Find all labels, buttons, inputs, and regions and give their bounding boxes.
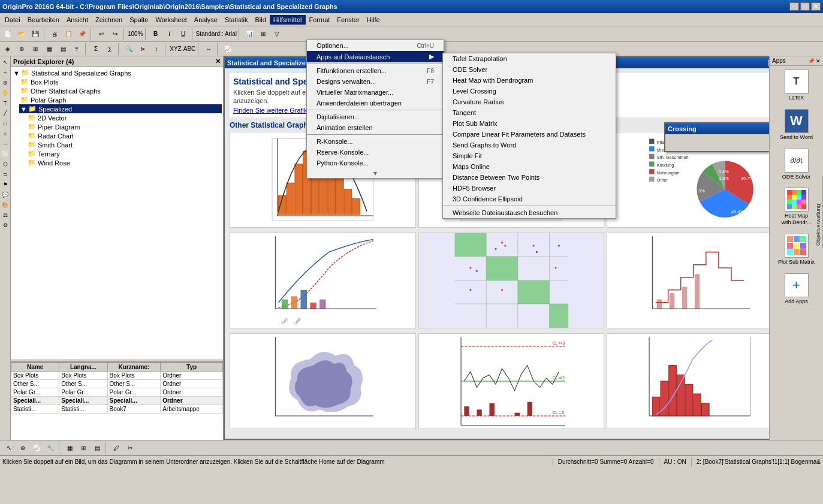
sub-curvature[interactable]: Curvature Radius — [443, 96, 616, 107]
menu-zeichnen[interactable]: Zeichnen — [92, 15, 126, 25]
tb2-abc[interactable]: ABC — [183, 43, 196, 56]
tool-rect[interactable]: □ — [1, 119, 10, 128]
tree-specialized[interactable]: ▼ 📁 Specialized — [19, 104, 222, 113]
btb-2[interactable]: ⊕ — [16, 441, 29, 454]
tool-pointer[interactable]: → — [1, 139, 10, 149]
tb2-btn8[interactable]: ∑ — [103, 43, 116, 56]
table-row[interactable]: Box Plots Box Plots Box Plots Ordner — [11, 372, 223, 380]
tree-box-plots[interactable]: 📁 Box Plots — [19, 77, 222, 86]
dd-anwender[interactable]: Anwenderdateien übertragen — [307, 98, 444, 108]
tb2-sort[interactable]: ↕ — [150, 43, 163, 56]
tree-smith[interactable]: 📁 Smith Chart — [26, 140, 222, 149]
dd-optionen[interactable]: Optionen... Ctrl+U — [307, 40, 444, 51]
sub-heatmap[interactable]: Heat Map with Dendrogram — [443, 75, 616, 86]
dd-digitalisieren[interactable]: Digitalisieren... — [307, 111, 444, 122]
tool-prop[interactable]: ⚙ — [1, 221, 10, 230]
table-row[interactable]: Polar Gr... Polar Gr... Polar Gr... Ordn… — [11, 388, 223, 397]
tree-radar[interactable]: 📁 Radar Chart — [26, 131, 222, 140]
dd-rkonsole[interactable]: R-Konsole... — [307, 136, 444, 147]
sub-distance[interactable]: Distance Between Two Points — [443, 172, 616, 183]
dd-fitfunktionen[interactable]: Fitfunktionen erstellen... F8 — [307, 65, 444, 76]
menu-analyse[interactable]: Analyse — [191, 15, 221, 25]
open-btn[interactable]: 📂 — [15, 28, 28, 41]
tb2-xyz[interactable]: XYZ — [169, 43, 182, 56]
tool-zoom[interactable]: ⊕ — [1, 78, 10, 87]
menu-datei[interactable]: Datei — [1, 15, 24, 25]
tb2-charts[interactable]: 📈 — [221, 43, 234, 56]
tool-poly[interactable]: ⬡ — [1, 159, 10, 169]
maximize-button[interactable]: □ — [800, 2, 810, 11]
tree-other-stat[interactable]: 📁 Other Statistical Graphs — [19, 86, 222, 95]
tb2-btn5[interactable]: ▤ — [56, 43, 70, 56]
table-row[interactable]: Statisti... Statisti... Book7 Arbeitsmap… — [11, 405, 223, 414]
tool-pan[interactable]: ✋ — [1, 88, 10, 98]
paste-btn[interactable]: 📌 — [76, 28, 89, 41]
tool-region[interactable]: ⬜ — [1, 149, 10, 159]
tool-tag[interactable]: ⚑ — [1, 180, 10, 189]
tb2-btn2[interactable]: ⊕ — [15, 43, 28, 56]
menu-format[interactable]: Format — [306, 15, 334, 25]
menu-bild[interactable]: Bild — [251, 15, 269, 25]
font-underline[interactable]: U — [177, 28, 190, 41]
pe-close[interactable]: ✕ — [215, 58, 221, 65]
sub-compare[interactable]: Compare Linear Fit Parameters and Datase… — [443, 129, 616, 140]
font-italic[interactable]: I — [163, 28, 176, 41]
minimize-button[interactable]: ─ — [789, 2, 799, 11]
save-btn[interactable]: 💾 — [29, 28, 42, 41]
menu-statistik[interactable]: Statistik — [221, 15, 252, 25]
undo-btn[interactable]: ↩ — [95, 28, 108, 41]
dd-virtual[interactable]: Virtueller Matrixmanager... — [307, 87, 444, 98]
tb2-zoom[interactable]: 🔍 — [122, 43, 135, 56]
tree-polar[interactable]: 📁 Polar Graph — [19, 95, 222, 104]
tb2-btn3[interactable]: ⊞ — [29, 43, 42, 56]
graph-blob[interactable] — [230, 333, 416, 429]
tb2-btn1[interactable]: ◈ — [1, 43, 14, 56]
menu-bearbeiten[interactable]: Bearbeiten — [24, 15, 63, 25]
panel-close2[interactable]: ✕ — [816, 58, 821, 64]
menu-spalte[interactable]: Spalte — [126, 15, 152, 25]
dd-python[interactable]: Python-Konsole... — [307, 158, 444, 168]
tool-note[interactable]: 💬 — [1, 190, 10, 200]
dd-apps[interactable]: Apps auf Dateiaustausch ▶ — [307, 51, 444, 62]
btb-3[interactable]: 📈 — [30, 441, 43, 454]
menu-hilfsmittel[interactable]: Hilfsmittel — [270, 15, 306, 25]
graph-control[interactable]: CL =+3 CL =62 CL =-3 — [418, 333, 605, 429]
tool-cross[interactable]: + — [1, 68, 10, 77]
dd-designs[interactable]: Designs verwalten... F7 — [307, 76, 444, 87]
btb-8[interactable]: 🖊 — [110, 441, 123, 454]
app-latex[interactable]: T LaTeX — [770, 66, 823, 105]
graph-mixed-bar[interactable]: Cat1 Cat2 — [230, 233, 416, 328]
font-bold[interactable]: B — [149, 28, 162, 41]
tool-ellipse[interactable]: ○ — [1, 129, 10, 138]
copy-btn[interactable]: 📋 — [62, 28, 75, 41]
sub-sendword[interactable]: Send Graphs to Word — [443, 140, 616, 150]
tree-2dvector[interactable]: 📁 2D Vector — [26, 113, 222, 122]
tool-lasso[interactable]: ⊃ — [1, 170, 10, 179]
sub-simplefit[interactable]: Simple Fit — [443, 150, 616, 161]
sub-3d[interactable]: 3D Confidence Ellipsoid — [443, 194, 616, 204]
graph-hist2[interactable] — [607, 333, 769, 429]
tool-scale[interactable]: ⚖ — [1, 210, 10, 220]
dd-animation[interactable]: Animation erstellen — [307, 122, 444, 133]
table-btn[interactable]: ⊞ — [257, 28, 270, 41]
table-row[interactable]: Other S... Other S... Other S... Ordner — [11, 380, 223, 388]
tree-stat-graphs[interactable]: ▼ 📁 Statistical and Specialized Graphs — [12, 68, 222, 77]
tb2-btn7[interactable]: Σ — [89, 43, 103, 56]
sub-webseite[interactable]: Webseite Dateiaustausch besuchen — [443, 207, 616, 218]
tb2-filter[interactable]: ⊳ — [136, 43, 149, 56]
btb-9[interactable]: ✂ — [123, 441, 137, 454]
sub-hdf5[interactable]: HDF5 Browser — [443, 183, 616, 194]
menu-fenster[interactable]: Fenster — [333, 15, 363, 25]
btb-1[interactable]: ↖ — [2, 441, 16, 454]
menu-hilfe[interactable]: Hilfe — [363, 15, 384, 25]
tb2-btn6[interactable]: ≡ — [70, 43, 83, 56]
sub-ode[interactable]: ODE Solver — [443, 64, 616, 75]
sub-tangent[interactable]: Tangent — [443, 107, 616, 118]
panel-pin[interactable]: 📌 — [808, 58, 815, 64]
menu-worksheet[interactable]: Worksheet — [152, 15, 190, 25]
print-btn[interactable]: 🖨 — [48, 28, 61, 41]
dd-rserve[interactable]: Rserve-Konsole... — [307, 147, 444, 158]
tool-color[interactable]: 🎨 — [1, 200, 10, 210]
inner-minimize[interactable]: ─ — [768, 59, 769, 67]
close-button[interactable]: ✕ — [811, 2, 821, 11]
